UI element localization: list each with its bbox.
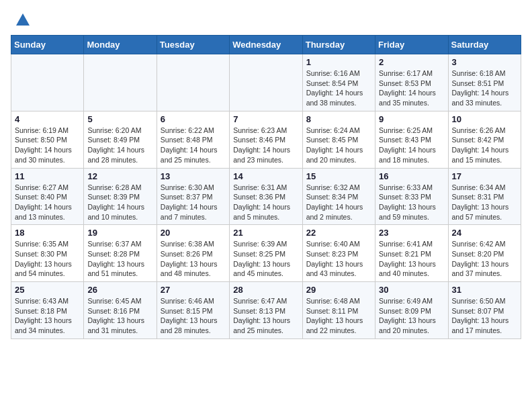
calendar-cell: 11Sunrise: 6:27 AM Sunset: 8:40 PM Dayli…: [11, 168, 84, 225]
day-info: Sunrise: 6:17 AM Sunset: 8:53 PM Dayligh…: [379, 68, 444, 108]
calendar-cell: 20Sunrise: 6:38 AM Sunset: 8:26 PM Dayli…: [157, 225, 229, 282]
calendar-cell: 29Sunrise: 6:48 AM Sunset: 8:11 PM Dayli…: [302, 282, 375, 339]
day-number: 3: [452, 57, 517, 67]
calendar-cell: [157, 54, 229, 111]
day-number: 30: [379, 285, 444, 295]
calendar-cell: 4Sunrise: 6:19 AM Sunset: 8:50 PM Daylig…: [11, 111, 84, 168]
calendar-cell: 19Sunrise: 6:37 AM Sunset: 8:28 PM Dayli…: [84, 225, 157, 282]
calendar-table: SundayMondayTuesdayWednesdayThursdayFrid…: [11, 35, 521, 339]
calendar-cell: 18Sunrise: 6:35 AM Sunset: 8:30 PM Dayli…: [11, 225, 84, 282]
day-info: Sunrise: 6:37 AM Sunset: 8:28 PM Dayligh…: [87, 239, 152, 279]
day-info: Sunrise: 6:45 AM Sunset: 8:16 PM Dayligh…: [87, 296, 152, 336]
calendar-cell: 13Sunrise: 6:30 AM Sunset: 8:37 PM Dayli…: [157, 168, 229, 225]
weekday-header-thursday: Thursday: [302, 36, 375, 54]
calendar-cell: 14Sunrise: 6:31 AM Sunset: 8:36 PM Dayli…: [230, 168, 302, 225]
day-info: Sunrise: 6:24 AM Sunset: 8:45 PM Dayligh…: [306, 126, 371, 165]
calendar-cell: 31Sunrise: 6:50 AM Sunset: 8:07 PM Dayli…: [448, 282, 521, 339]
day-number: 31: [452, 285, 517, 295]
logo: [11, 11, 31, 30]
day-number: 16: [379, 171, 444, 181]
day-number: 20: [161, 228, 226, 238]
day-number: 22: [306, 228, 371, 238]
day-number: 2: [379, 57, 444, 67]
day-info: Sunrise: 6:27 AM Sunset: 8:40 PM Dayligh…: [15, 183, 80, 222]
calendar-cell: 22Sunrise: 6:40 AM Sunset: 8:23 PM Dayli…: [302, 225, 375, 282]
day-info: Sunrise: 6:38 AM Sunset: 8:26 PM Dayligh…: [161, 239, 226, 279]
calendar-cell: 23Sunrise: 6:41 AM Sunset: 8:21 PM Dayli…: [375, 225, 448, 282]
day-info: Sunrise: 6:19 AM Sunset: 8:50 PM Dayligh…: [15, 126, 80, 165]
day-number: 10: [452, 114, 517, 124]
day-number: 7: [233, 114, 298, 124]
weekday-header-row: SundayMondayTuesdayWednesdayThursdayFrid…: [11, 36, 521, 54]
day-number: 1: [306, 57, 371, 67]
calendar-cell: [230, 54, 302, 111]
logo-icon: [12, 11, 31, 30]
day-number: 25: [15, 285, 80, 295]
day-info: Sunrise: 6:50 AM Sunset: 8:07 PM Dayligh…: [452, 296, 517, 336]
day-info: Sunrise: 6:28 AM Sunset: 8:39 PM Dayligh…: [87, 183, 152, 222]
calendar-cell: 21Sunrise: 6:39 AM Sunset: 8:25 PM Dayli…: [230, 225, 302, 282]
day-info: Sunrise: 6:23 AM Sunset: 8:46 PM Dayligh…: [233, 126, 298, 165]
calendar-cell: 6Sunrise: 6:22 AM Sunset: 8:48 PM Daylig…: [157, 111, 229, 168]
calendar-cell: 30Sunrise: 6:49 AM Sunset: 8:09 PM Dayli…: [375, 282, 448, 339]
day-number: 18: [15, 228, 80, 238]
calendar-cell: 26Sunrise: 6:45 AM Sunset: 8:16 PM Dayli…: [84, 282, 157, 339]
day-number: 12: [87, 171, 152, 181]
day-number: 6: [161, 114, 226, 124]
calendar-cell: 25Sunrise: 6:43 AM Sunset: 8:18 PM Dayli…: [11, 282, 84, 339]
day-info: Sunrise: 6:49 AM Sunset: 8:09 PM Dayligh…: [379, 296, 444, 336]
day-info: Sunrise: 6:40 AM Sunset: 8:23 PM Dayligh…: [306, 239, 371, 279]
day-number: 24: [452, 228, 517, 238]
calendar-cell: 7Sunrise: 6:23 AM Sunset: 8:46 PM Daylig…: [230, 111, 302, 168]
day-number: 15: [306, 171, 371, 181]
calendar-cell: [84, 54, 157, 111]
day-number: 27: [161, 285, 226, 295]
day-info: Sunrise: 6:48 AM Sunset: 8:11 PM Dayligh…: [306, 296, 371, 336]
day-number: 23: [379, 228, 444, 238]
day-number: 8: [306, 114, 371, 124]
day-number: 17: [452, 171, 517, 181]
calendar-week-row: 18Sunrise: 6:35 AM Sunset: 8:30 PM Dayli…: [11, 225, 521, 282]
calendar-cell: 15Sunrise: 6:32 AM Sunset: 8:34 PM Dayli…: [302, 168, 375, 225]
day-number: 11: [15, 171, 80, 181]
calendar-cell: 27Sunrise: 6:46 AM Sunset: 8:15 PM Dayli…: [157, 282, 229, 339]
day-info: Sunrise: 6:22 AM Sunset: 8:48 PM Dayligh…: [161, 126, 226, 165]
day-info: Sunrise: 6:25 AM Sunset: 8:43 PM Dayligh…: [379, 126, 444, 165]
day-info: Sunrise: 6:41 AM Sunset: 8:21 PM Dayligh…: [379, 239, 444, 279]
day-info: Sunrise: 6:18 AM Sunset: 8:51 PM Dayligh…: [452, 68, 517, 108]
calendar-cell: 12Sunrise: 6:28 AM Sunset: 8:39 PM Dayli…: [84, 168, 157, 225]
svg-marker-0: [16, 13, 30, 26]
calendar-cell: 10Sunrise: 6:26 AM Sunset: 8:42 PM Dayli…: [448, 111, 521, 168]
day-number: 14: [233, 171, 298, 181]
calendar-cell: 24Sunrise: 6:42 AM Sunset: 8:20 PM Dayli…: [448, 225, 521, 282]
day-info: Sunrise: 6:30 AM Sunset: 8:37 PM Dayligh…: [161, 183, 226, 222]
day-info: Sunrise: 6:42 AM Sunset: 8:20 PM Dayligh…: [452, 239, 517, 279]
day-number: 21: [233, 228, 298, 238]
weekday-header-tuesday: Tuesday: [157, 36, 229, 54]
day-info: Sunrise: 6:47 AM Sunset: 8:13 PM Dayligh…: [233, 296, 298, 336]
day-info: Sunrise: 6:34 AM Sunset: 8:31 PM Dayligh…: [452, 183, 517, 222]
day-number: 4: [15, 114, 80, 124]
calendar-cell: 9Sunrise: 6:25 AM Sunset: 8:43 PM Daylig…: [375, 111, 448, 168]
calendar-week-row: 1Sunrise: 6:16 AM Sunset: 8:54 PM Daylig…: [11, 54, 521, 111]
weekday-header-wednesday: Wednesday: [230, 36, 302, 54]
calendar-cell: [11, 54, 84, 111]
day-number: 19: [87, 228, 152, 238]
day-info: Sunrise: 6:26 AM Sunset: 8:42 PM Dayligh…: [452, 126, 517, 165]
weekday-header-saturday: Saturday: [448, 36, 521, 54]
calendar-cell: 3Sunrise: 6:18 AM Sunset: 8:51 PM Daylig…: [448, 54, 521, 111]
day-number: 9: [379, 114, 444, 124]
day-number: 28: [233, 285, 298, 295]
calendar-cell: 17Sunrise: 6:34 AM Sunset: 8:31 PM Dayli…: [448, 168, 521, 225]
calendar-cell: 5Sunrise: 6:20 AM Sunset: 8:49 PM Daylig…: [84, 111, 157, 168]
calendar-cell: 1Sunrise: 6:16 AM Sunset: 8:54 PM Daylig…: [302, 54, 375, 111]
day-info: Sunrise: 6:33 AM Sunset: 8:33 PM Dayligh…: [379, 183, 444, 222]
weekday-header-friday: Friday: [375, 36, 448, 54]
header: [11, 11, 521, 30]
day-info: Sunrise: 6:39 AM Sunset: 8:25 PM Dayligh…: [233, 239, 298, 279]
calendar-cell: 2Sunrise: 6:17 AM Sunset: 8:53 PM Daylig…: [375, 54, 448, 111]
day-info: Sunrise: 6:35 AM Sunset: 8:30 PM Dayligh…: [15, 239, 80, 279]
calendar-week-row: 25Sunrise: 6:43 AM Sunset: 8:18 PM Dayli…: [11, 282, 521, 339]
calendar-week-row: 11Sunrise: 6:27 AM Sunset: 8:40 PM Dayli…: [11, 168, 521, 225]
day-number: 26: [87, 285, 152, 295]
